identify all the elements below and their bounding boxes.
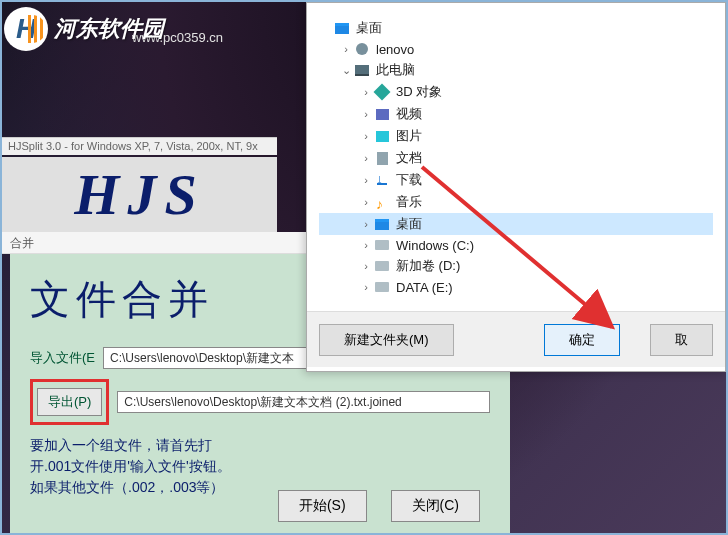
download-icon <box>373 172 391 188</box>
tree-user[interactable]: › lenovo <box>319 39 713 59</box>
tree-music[interactable]: › 音乐 <box>319 191 713 213</box>
tree-downloads[interactable]: › 下载 <box>319 169 713 191</box>
output-file-path[interactable] <box>117 391 490 413</box>
tree-pictures[interactable]: › 图片 <box>319 125 713 147</box>
music-icon <box>373 194 391 210</box>
desktop-icon <box>373 216 391 232</box>
export-button[interactable]: 导出(P) <box>37 388 102 416</box>
doc-icon <box>373 150 391 166</box>
hjsplit-window-title: HJSplit 3.0 - for Windows XP, 7, Vista, … <box>2 137 277 155</box>
folder-tree[interactable]: 桌面 › lenovo ⌄ 此电脑 › 3D 对象 › 视频 › 图片 › 文档… <box>307 3 725 311</box>
drive-icon <box>373 279 391 295</box>
tree-c-drive[interactable]: › Windows (C:) <box>319 235 713 255</box>
hjsplit-logo-text: HJS <box>74 161 204 228</box>
new-folder-button[interactable]: 新建文件夹(M) <box>319 324 454 356</box>
tree-documents[interactable]: › 文档 <box>319 147 713 169</box>
logo-text: 河东软件园 <box>54 14 164 44</box>
ok-button[interactable]: 确定 <box>544 324 620 356</box>
tree-this-pc[interactable]: ⌄ 此电脑 <box>319 59 713 81</box>
tree-videos[interactable]: › 视频 <box>319 103 713 125</box>
input-file-label: 导入文件(E <box>30 349 95 367</box>
logo-icon: H <box>4 7 48 51</box>
export-button-highlight: 导出(P) <box>30 379 109 425</box>
tree-desktop-selected[interactable]: › 桌面 <box>319 213 713 235</box>
tree-3d-objects[interactable]: › 3D 对象 <box>319 81 713 103</box>
close-button[interactable]: 关闭(C) <box>391 490 480 522</box>
tree-d-drive[interactable]: › 新加卷 (D:) <box>319 255 713 277</box>
help-text: 要加入一个组文件，请首先打 开.001文件使用'输入文件'按钮。 如果其他文件（… <box>30 435 490 498</box>
dialog-button-bar: 新建文件夹(M) 确定 取 <box>307 311 725 367</box>
tree-desktop-root[interactable]: 桌面 <box>319 17 713 39</box>
pic-icon <box>373 128 391 144</box>
site-logo: H 河东软件园 <box>4 4 164 54</box>
desktop-icon <box>333 20 351 36</box>
drive-icon <box>373 258 391 274</box>
cancel-button[interactable]: 取 <box>650 324 713 356</box>
hjsplit-banner: HJS <box>2 157 277 232</box>
pc-icon <box>353 62 371 78</box>
start-button[interactable]: 开始(S) <box>278 490 367 522</box>
folder-browse-dialog: 桌面 › lenovo ⌄ 此电脑 › 3D 对象 › 视频 › 图片 › 文档… <box>306 2 726 372</box>
user-icon <box>353 41 371 57</box>
obj3d-icon <box>373 84 391 100</box>
drive-icon <box>373 237 391 253</box>
tree-e-drive[interactable]: › DATA (E:) <box>319 277 713 297</box>
video-icon <box>373 106 391 122</box>
